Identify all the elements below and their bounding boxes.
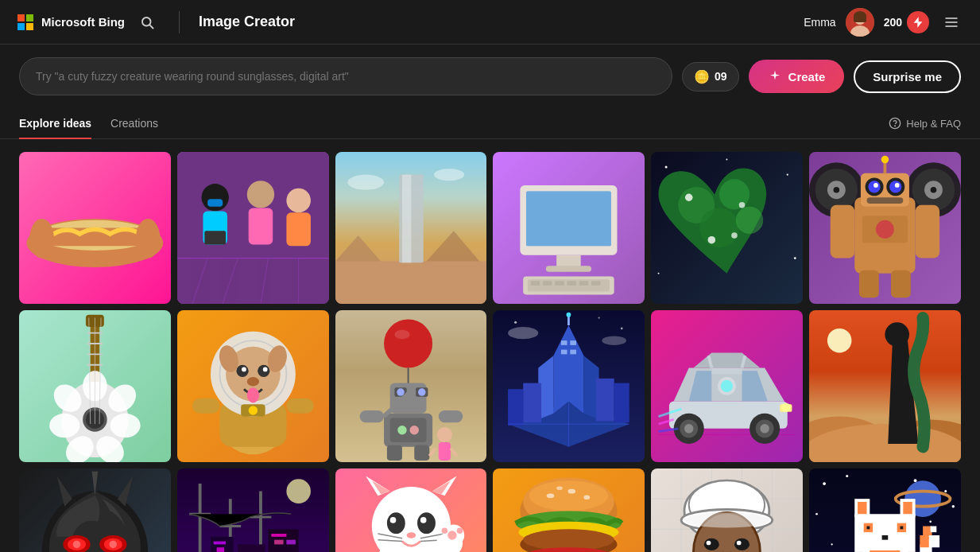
tabs-section: Explore ideas Creations Help & FAQ (0, 108, 980, 139)
svg-rect-52 (531, 281, 540, 286)
svg-point-69 (708, 236, 716, 244)
gallery-item-construction[interactable] (651, 468, 803, 552)
svg-rect-2 (17, 23, 25, 30)
gallery-item-earth[interactable] (651, 152, 803, 304)
robot-dj-illustration (809, 152, 961, 304)
svg-rect-131 (192, 398, 219, 414)
gallery-item-robot-dj[interactable] (809, 152, 961, 304)
gallery-item-desert-figure[interactable] (809, 310, 961, 462)
gallery-item-guitar[interactable] (19, 310, 171, 462)
gallery: ¥ (0, 139, 980, 552)
gallery-item-delorean[interactable] (651, 310, 803, 462)
svg-point-126 (263, 367, 268, 371)
svg-point-174 (621, 327, 623, 329)
gallery-item-lucky-cat[interactable]: ¥ (335, 468, 487, 552)
gallery-item-city[interactable] (493, 310, 645, 462)
pixel-fox-illustration (809, 468, 961, 552)
svg-rect-56 (579, 281, 588, 286)
svg-point-305 (846, 475, 848, 477)
search-section: 🪙 09 Create Surprise me (0, 45, 980, 108)
svg-point-209 (73, 540, 81, 548)
coins-badge: 200 (884, 11, 929, 33)
gallery-item-hotdog[interactable] (19, 152, 171, 304)
svg-point-266 (441, 527, 447, 534)
gallery-item-monolith[interactable] (335, 152, 487, 304)
svg-rect-149 (387, 445, 402, 461)
svg-rect-89 (867, 197, 904, 204)
construction-illustration (651, 468, 803, 552)
search-input[interactable] (36, 70, 656, 83)
svg-point-31 (247, 181, 274, 208)
lucky-cat-illustration: ¥ (335, 468, 487, 552)
gallery-item-computer[interactable] (493, 152, 645, 304)
svg-rect-32 (249, 208, 273, 245)
search-icon-button[interactable] (134, 10, 160, 35)
svg-point-78 (931, 187, 937, 193)
bing-logo[interactable]: Microsoft Bing (16, 13, 125, 32)
desert-figure-illustration (809, 310, 961, 462)
svg-rect-324 (882, 535, 889, 540)
svg-rect-53 (543, 281, 552, 286)
gallery-item-dark-hero[interactable] (19, 468, 171, 552)
svg-rect-329 (920, 535, 928, 547)
svg-point-105 (110, 414, 140, 438)
help-faq-link[interactable]: Help & FAQ (889, 117, 961, 130)
svg-rect-163 (561, 349, 567, 354)
search-bar[interactable] (19, 57, 672, 95)
svg-rect-143 (389, 418, 426, 442)
tab-explore[interactable]: Explore ideas (19, 109, 91, 139)
coins-counter[interactable]: 🪙 09 (682, 62, 739, 91)
svg-point-173 (515, 321, 517, 324)
svg-point-70 (731, 232, 738, 239)
bing-label: Microsoft Bing (41, 15, 125, 29)
gallery-item-neon-city[interactable] (177, 468, 329, 552)
svg-point-299 (704, 538, 719, 550)
sparkle-icon (768, 69, 782, 84)
svg-point-28 (201, 184, 228, 211)
gallery-item-pixel-fox[interactable] (809, 468, 961, 552)
gallery-item-robot-balloon[interactable] (335, 310, 487, 462)
svg-point-108 (49, 414, 79, 438)
svg-point-220 (286, 479, 311, 503)
city-illustration (493, 310, 645, 462)
svg-point-277 (568, 488, 576, 493)
svg-rect-319 (903, 502, 912, 514)
guitar-illustration (19, 310, 171, 462)
header: Microsoft Bing Image Creator Emma 200 (0, 0, 980, 45)
svg-rect-94 (859, 270, 879, 297)
svg-rect-152 (438, 442, 450, 461)
svg-point-283 (524, 529, 615, 550)
svg-rect-331 (931, 526, 937, 532)
svg-point-61 (794, 257, 796, 259)
menu-button[interactable] (939, 10, 964, 35)
tab-creations[interactable]: Creations (110, 109, 158, 139)
svg-point-140 (397, 388, 405, 396)
svg-rect-55 (567, 281, 576, 286)
svg-point-276 (547, 493, 555, 498)
neon-city-illustration (177, 468, 329, 552)
svg-point-88 (881, 156, 889, 164)
svg-point-258 (406, 532, 415, 538)
svg-point-171 (509, 327, 539, 339)
svg-rect-93 (916, 205, 940, 259)
svg-point-301 (707, 540, 711, 545)
hotdog-illustration (19, 152, 171, 304)
svg-rect-166 (614, 383, 629, 422)
gallery-item-doge[interactable] (177, 310, 329, 462)
svg-rect-239 (216, 547, 224, 552)
svg-point-59 (787, 173, 788, 175)
svg-point-91 (876, 220, 894, 239)
gallery-item-burger[interactable] (493, 468, 645, 552)
surprise-button[interactable]: Surprise me (854, 60, 961, 93)
avatar[interactable] (846, 8, 874, 37)
svg-point-135 (394, 330, 409, 339)
gallery-item-girls[interactable] (177, 152, 329, 304)
svg-point-74 (834, 187, 840, 193)
svg-rect-241 (274, 539, 283, 544)
boost-icon[interactable] (907, 11, 929, 33)
svg-rect-3 (26, 23, 33, 30)
svg-rect-57 (592, 281, 601, 286)
create-button[interactable]: Create (749, 60, 845, 93)
svg-point-265 (447, 531, 456, 539)
svg-rect-92 (831, 205, 855, 259)
